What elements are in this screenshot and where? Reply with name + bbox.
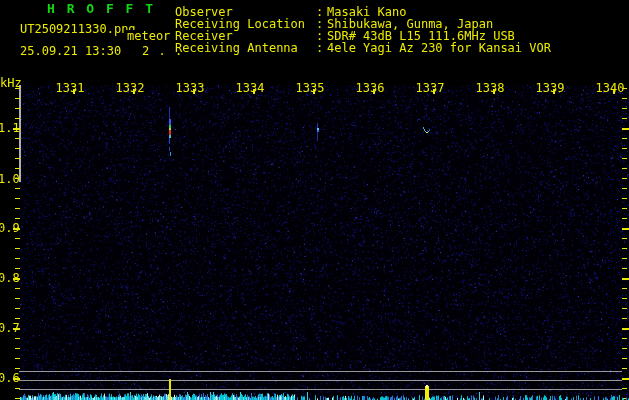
freq-tick-label: 0.8	[0, 272, 16, 284]
time-tick-label: 1333	[175, 82, 205, 94]
freq-tick-label: 0.9	[0, 222, 16, 234]
time-tick-label: 1336	[355, 82, 385, 94]
freq-tick-label: 1.0	[0, 173, 16, 185]
app-title: H R O F F T	[47, 3, 155, 15]
mode-label: meteor	[126, 30, 171, 42]
time-tick-label: 1337	[415, 82, 445, 94]
hrofft-screen: H R O F F T UT2509211330.png meteor 25.0…	[0, 0, 629, 400]
time-tick-label: 1339	[535, 82, 565, 94]
info-row-antenna: Receiving Antenna : 4ele Yagi Az 230 for…	[175, 42, 629, 54]
freq-axis-labels: 1.11.00.90.80.70.6	[0, 0, 18, 400]
time-axis-labels: 1331133213331334133513361337133813391340	[0, 82, 629, 95]
freq-tick-label: 0.7	[0, 322, 16, 334]
time-tick-label: 1332	[115, 82, 145, 94]
info-separator: :	[316, 42, 323, 54]
time-tick-label: 1340	[595, 82, 625, 94]
freq-tick-label: 1.1	[0, 122, 16, 134]
time-tick-label: 1335	[295, 82, 325, 94]
freq-tick-label: 0.6	[0, 372, 16, 384]
time-tick-label: 1331	[55, 82, 85, 94]
time-tick-label: 1334	[235, 82, 265, 94]
time-tick-label: 1338	[475, 82, 505, 94]
spectrogram-canvas	[0, 0, 629, 400]
info-label: Receiving Antenna	[175, 42, 298, 54]
capture-filename: UT2509211330.png	[20, 23, 136, 35]
capture-datetime: 25.09.21 13:30	[20, 45, 121, 57]
info-value: 4ele Yagi Az 230 for Kansai VOR	[327, 42, 551, 54]
